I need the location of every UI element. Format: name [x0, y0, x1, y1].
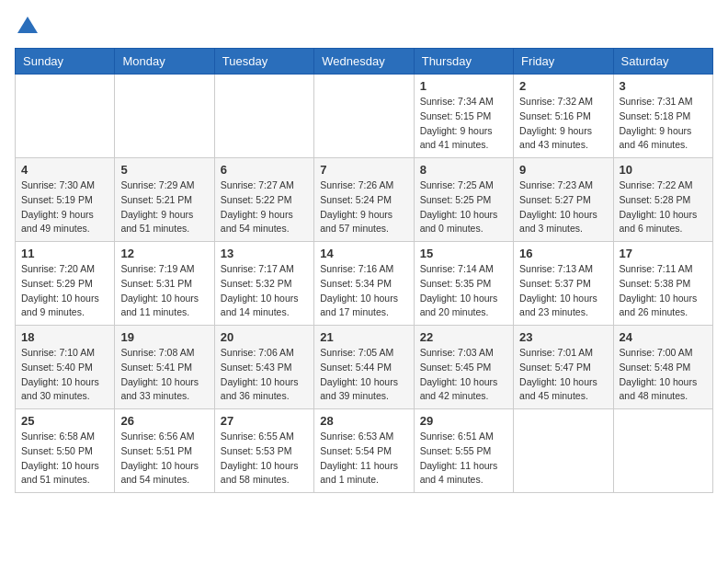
day-info: Sunrise: 7:14 AMSunset: 5:35 PMDaylight:… — [420, 262, 507, 320]
day-info: Sunrise: 6:58 AMSunset: 5:50 PMDaylight:… — [21, 430, 108, 488]
calendar-cell: 27Sunrise: 6:55 AMSunset: 5:53 PMDayligh… — [214, 409, 313, 493]
day-number: 16 — [519, 247, 607, 260]
day-number: 5 — [120, 163, 208, 177]
day-number: 25 — [21, 414, 108, 428]
day-number: 7 — [320, 163, 407, 177]
calendar-cell — [613, 409, 712, 493]
calendar-cell — [214, 75, 313, 158]
calendar-cell — [16, 75, 115, 158]
calendar-cell: 19Sunrise: 7:08 AMSunset: 5:41 PMDayligh… — [115, 326, 214, 409]
day-number: 24 — [620, 330, 707, 344]
day-number: 27 — [221, 414, 308, 428]
day-of-week-header: Saturday — [613, 49, 712, 75]
calendar-cell: 8Sunrise: 7:25 AMSunset: 5:25 PMDaylight… — [414, 158, 513, 242]
day-number: 6 — [221, 163, 308, 177]
day-number: 3 — [620, 79, 707, 93]
calendar-cell: 1Sunrise: 7:34 AMSunset: 5:15 PMDaylight… — [414, 75, 513, 158]
day-of-week-header: Wednesday — [314, 49, 414, 75]
day-info: Sunrise: 7:01 AMSunset: 5:47 PMDaylight:… — [519, 346, 607, 404]
calendar-cell: 7Sunrise: 7:26 AMSunset: 5:24 PMDaylight… — [314, 158, 414, 242]
day-of-week-header: Sunday — [16, 49, 115, 75]
day-info: Sunrise: 7:20 AMSunset: 5:29 PMDaylight:… — [21, 262, 108, 320]
day-number: 12 — [120, 247, 208, 260]
day-number: 1 — [420, 79, 507, 93]
day-info: Sunrise: 6:55 AMSunset: 5:53 PMDaylight:… — [221, 430, 308, 488]
calendar-cell: 3Sunrise: 7:31 AMSunset: 5:18 PMDaylight… — [613, 75, 712, 158]
calendar-cell: 18Sunrise: 7:10 AMSunset: 5:40 PMDayligh… — [16, 326, 115, 409]
day-number: 11 — [21, 247, 108, 260]
day-info: Sunrise: 7:25 AMSunset: 5:25 PMDaylight:… — [420, 178, 507, 236]
calendar-cell: 6Sunrise: 7:27 AMSunset: 5:22 PMDaylight… — [214, 158, 313, 242]
calendar-cell: 5Sunrise: 7:29 AMSunset: 5:21 PMDaylight… — [115, 158, 214, 242]
day-number: 28 — [320, 414, 407, 428]
calendar-header-row: SundayMondayTuesdayWednesdayThursdayFrid… — [16, 49, 713, 75]
day-info: Sunrise: 7:06 AMSunset: 5:43 PMDaylight:… — [221, 346, 308, 404]
calendar-cell: 16Sunrise: 7:13 AMSunset: 5:37 PMDayligh… — [514, 242, 613, 326]
calendar-cell: 26Sunrise: 6:56 AMSunset: 5:51 PMDayligh… — [115, 409, 214, 493]
calendar-cell: 12Sunrise: 7:19 AMSunset: 5:31 PMDayligh… — [115, 242, 214, 326]
calendar-cell: 20Sunrise: 7:06 AMSunset: 5:43 PMDayligh… — [214, 326, 313, 409]
svg-marker-0 — [17, 17, 38, 33]
day-number: 18 — [21, 330, 108, 344]
day-info: Sunrise: 7:30 AMSunset: 5:19 PMDaylight:… — [21, 178, 108, 236]
day-info: Sunrise: 7:31 AMSunset: 5:18 PMDaylight:… — [620, 95, 707, 153]
calendar-cell: 24Sunrise: 7:00 AMSunset: 5:48 PMDayligh… — [613, 326, 712, 409]
day-number: 23 — [519, 330, 607, 344]
page-header — [15, 15, 713, 39]
day-number: 10 — [620, 163, 707, 177]
calendar-cell: 2Sunrise: 7:32 AMSunset: 5:16 PMDaylight… — [514, 75, 613, 158]
day-number: 26 — [120, 414, 208, 428]
day-info: Sunrise: 7:03 AMSunset: 5:45 PMDaylight:… — [420, 346, 507, 404]
day-of-week-header: Tuesday — [214, 49, 313, 75]
calendar-cell: 21Sunrise: 7:05 AMSunset: 5:44 PMDayligh… — [314, 326, 414, 409]
calendar-cell: 15Sunrise: 7:14 AMSunset: 5:35 PMDayligh… — [414, 242, 513, 326]
day-info: Sunrise: 7:16 AMSunset: 5:34 PMDaylight:… — [320, 262, 407, 320]
day-number: 14 — [320, 247, 407, 260]
calendar-cell: 14Sunrise: 7:16 AMSunset: 5:34 PMDayligh… — [314, 242, 414, 326]
day-of-week-header: Monday — [115, 49, 214, 75]
day-info: Sunrise: 7:27 AMSunset: 5:22 PMDaylight:… — [221, 178, 308, 236]
day-number: 8 — [420, 163, 507, 177]
day-info: Sunrise: 7:34 AMSunset: 5:15 PMDaylight:… — [420, 95, 507, 153]
day-number: 9 — [519, 163, 607, 177]
day-number: 15 — [420, 247, 507, 260]
day-info: Sunrise: 7:08 AMSunset: 5:41 PMDaylight:… — [120, 346, 208, 404]
calendar-table: SundayMondayTuesdayWednesdayThursdayFrid… — [15, 48, 713, 493]
day-info: Sunrise: 7:26 AMSunset: 5:24 PMDaylight:… — [320, 178, 407, 236]
day-info: Sunrise: 7:17 AMSunset: 5:32 PMDaylight:… — [221, 262, 308, 320]
day-of-week-header: Friday — [514, 49, 613, 75]
day-info: Sunrise: 7:10 AMSunset: 5:40 PMDaylight:… — [21, 346, 108, 404]
calendar-cell: 10Sunrise: 7:22 AMSunset: 5:28 PMDayligh… — [613, 158, 712, 242]
calendar-cell — [514, 409, 613, 493]
day-number: 13 — [221, 247, 308, 260]
calendar-week-row: 25Sunrise: 6:58 AMSunset: 5:50 PMDayligh… — [16, 409, 713, 493]
calendar-cell: 4Sunrise: 7:30 AMSunset: 5:19 PMDaylight… — [16, 158, 115, 242]
day-info: Sunrise: 7:22 AMSunset: 5:28 PMDaylight:… — [620, 178, 707, 236]
day-info: Sunrise: 6:53 AMSunset: 5:54 PMDaylight:… — [320, 430, 407, 488]
calendar-cell — [115, 75, 214, 158]
calendar-week-row: 11Sunrise: 7:20 AMSunset: 5:29 PMDayligh… — [16, 242, 713, 326]
calendar-week-row: 1Sunrise: 7:34 AMSunset: 5:15 PMDaylight… — [16, 75, 713, 158]
logo-icon — [16, 15, 40, 39]
calendar-week-row: 4Sunrise: 7:30 AMSunset: 5:19 PMDaylight… — [16, 158, 713, 242]
calendar-week-row: 18Sunrise: 7:10 AMSunset: 5:40 PMDayligh… — [16, 326, 713, 409]
day-info: Sunrise: 7:32 AMSunset: 5:16 PMDaylight:… — [519, 95, 607, 153]
calendar-cell: 29Sunrise: 6:51 AMSunset: 5:55 PMDayligh… — [414, 409, 513, 493]
day-info: Sunrise: 7:00 AMSunset: 5:48 PMDaylight:… — [620, 346, 707, 404]
calendar-cell: 28Sunrise: 6:53 AMSunset: 5:54 PMDayligh… — [314, 409, 414, 493]
calendar-cell — [314, 75, 414, 158]
calendar-cell: 22Sunrise: 7:03 AMSunset: 5:45 PMDayligh… — [414, 326, 513, 409]
day-number: 19 — [120, 330, 208, 344]
calendar-cell: 23Sunrise: 7:01 AMSunset: 5:47 PMDayligh… — [514, 326, 613, 409]
calendar-cell: 17Sunrise: 7:11 AMSunset: 5:38 PMDayligh… — [613, 242, 712, 326]
day-info: Sunrise: 6:51 AMSunset: 5:55 PMDaylight:… — [420, 430, 507, 488]
day-of-week-header: Thursday — [414, 49, 513, 75]
day-number: 29 — [420, 414, 507, 428]
day-number: 20 — [221, 330, 308, 344]
day-info: Sunrise: 7:13 AMSunset: 5:37 PMDaylight:… — [519, 262, 607, 320]
day-number: 2 — [519, 79, 607, 93]
day-info: Sunrise: 7:29 AMSunset: 5:21 PMDaylight:… — [120, 178, 208, 236]
day-info: Sunrise: 7:05 AMSunset: 5:44 PMDaylight:… — [320, 346, 407, 404]
calendar-cell: 25Sunrise: 6:58 AMSunset: 5:50 PMDayligh… — [16, 409, 115, 493]
day-info: Sunrise: 7:11 AMSunset: 5:38 PMDaylight:… — [620, 262, 707, 320]
